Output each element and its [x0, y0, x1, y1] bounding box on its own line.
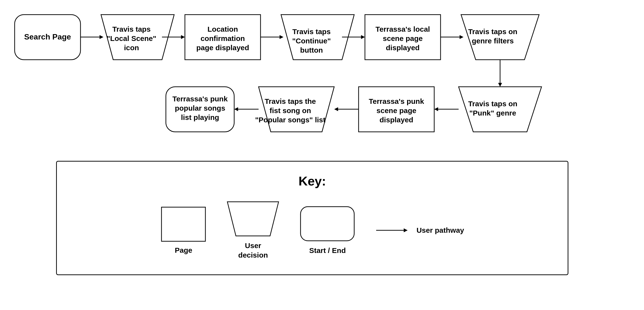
svg-text:icon: icon — [124, 44, 139, 52]
svg-text:Travis taps the: Travis taps the — [265, 97, 316, 105]
svg-text:scene page: scene page — [376, 106, 416, 115]
svg-text:scene page: scene page — [383, 34, 422, 42]
key-startend-label: Start / End — [309, 246, 346, 255]
key-items: Page Userdecision Start / End — [76, 201, 548, 260]
svg-text:displayed: displayed — [380, 116, 413, 124]
svg-text:"Popular songs" list: "Popular songs" list — [255, 116, 326, 124]
svg-marker-3 — [100, 35, 104, 39]
svg-text:Terrassa's local: Terrassa's local — [376, 25, 430, 33]
svg-text:button: button — [300, 46, 323, 54]
svg-text:Terrassa's punk: Terrassa's punk — [172, 95, 228, 103]
svg-marker-49 — [234, 107, 238, 111]
svg-marker-55 — [227, 202, 278, 236]
svg-marker-32 — [498, 83, 502, 87]
svg-marker-9 — [181, 35, 185, 39]
svg-rect-54 — [162, 207, 206, 241]
key-title: Key: — [76, 174, 548, 188]
key-pathway-icon — [375, 225, 409, 235]
svg-text:Travis taps: Travis taps — [112, 25, 151, 33]
key-item-decision: Userdecision — [226, 201, 280, 260]
key-decision-label: Userdecision — [238, 241, 268, 260]
svg-text:Travis taps on: Travis taps on — [468, 100, 518, 108]
svg-text:"Continue": "Continue" — [292, 37, 331, 45]
svg-text:Terrassa's punk: Terrassa's punk — [369, 97, 424, 105]
svg-marker-27 — [460, 35, 464, 39]
svg-text:list playing: list playing — [181, 113, 219, 121]
key-pathway-label: User pathway — [416, 226, 464, 235]
svg-rect-56 — [300, 207, 354, 241]
svg-text:genre filters: genre filters — [472, 37, 514, 45]
key-box: Key: Page Userdecision St — [56, 161, 568, 275]
svg-text:page displayed: page displayed — [196, 44, 249, 52]
svg-text:Location: Location — [208, 25, 238, 33]
svg-text:displayed: displayed — [386, 44, 420, 52]
svg-marker-37 — [434, 107, 438, 111]
svg-text:Travis taps: Travis taps — [292, 27, 331, 35]
key-page-icon — [160, 206, 206, 243]
svg-marker-15 — [280, 35, 284, 39]
diagram-container: Search Page Travis taps "Local Scene" ic… — [0, 0, 644, 310]
key-item-startend: Start / End — [299, 205, 356, 255]
svg-text:popular songs: popular songs — [175, 104, 226, 112]
svg-text:Search Page: Search Page — [24, 32, 71, 41]
key-startend-icon — [299, 205, 356, 242]
key-item-pathway: User pathway — [375, 225, 464, 235]
svg-marker-43 — [334, 107, 338, 111]
svg-text:"Local Scene": "Local Scene" — [106, 34, 156, 42]
key-decision-icon — [226, 201, 280, 237]
key-page-label: Page — [175, 246, 192, 255]
svg-text:"Punk" genre: "Punk" genre — [469, 109, 516, 117]
svg-marker-58 — [404, 228, 408, 232]
svg-text:Travis taps on: Travis taps on — [468, 27, 518, 35]
svg-text:fist song on: fist song on — [270, 106, 311, 115]
svg-marker-21 — [361, 35, 365, 39]
svg-text:confirmation: confirmation — [200, 34, 245, 42]
key-item-page: Page — [160, 206, 206, 255]
